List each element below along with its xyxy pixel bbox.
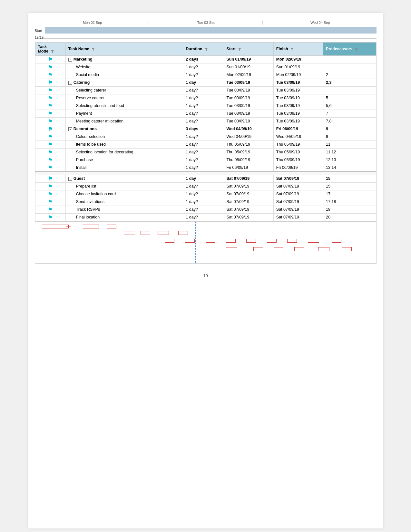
task-mode-cell: ⚑	[35, 125, 65, 133]
start-cell: Tue 03/09/19	[224, 102, 273, 110]
table-row: ⚑Install1 day?Fri 06/09/19Fri 06/09/1913…	[35, 164, 376, 172]
gantt-bar-guest2	[267, 239, 277, 243]
start-cell: Tue 03/09/19	[224, 79, 273, 87]
gantt-bar-c1	[141, 231, 150, 235]
task-name-cell: -Decorations	[65, 125, 183, 133]
start-cell: Fri 06/09/19	[224, 164, 273, 172]
duration-cell: 1 day?	[183, 63, 224, 71]
gantt-bar-lower4	[294, 247, 304, 251]
duration-cell: 1 day?	[183, 118, 224, 125]
table-row: ⚑Reserve caterer1 day?Tue 03/09/19Tue 03…	[35, 94, 376, 102]
predecessors-cell	[323, 63, 376, 71]
gantt-bar-lower2	[253, 247, 263, 251]
task-mode-cell: ⚑	[35, 118, 65, 125]
gantt-bar-lower5	[318, 247, 329, 251]
duration-cell: 1 day?	[183, 94, 224, 102]
predecessors-cell: 5,6	[323, 102, 376, 110]
gantt-bar-guest1	[246, 239, 256, 243]
task-name-cell: Website	[65, 63, 183, 71]
task-mode-cell: ⚑	[35, 87, 65, 94]
task-name-cell: -Guest	[65, 175, 183, 183]
predecessors-cell: 9	[323, 133, 376, 141]
page-container: Mon 02 Sep Tue 03 Sep Wed 04 Sep Start 1…	[28, 13, 383, 528]
gantt-conn-1	[66, 227, 71, 227]
duration-filter-icon[interactable]	[205, 48, 208, 51]
finish-cell: Sat 07/09/19	[273, 183, 323, 190]
start-cell: Sat 07/09/19	[224, 214, 273, 221]
col-task-mode[interactable]: TaskMode	[35, 43, 65, 56]
table-row: ⚑Selecting caterer1 day?Tue 03/09/19Tue …	[35, 87, 376, 94]
gantt-bar-m2	[83, 225, 99, 228]
predecessors-cell: 11	[323, 141, 376, 149]
gantt-bar-c3	[178, 231, 188, 235]
task-mode-cell: ⚑	[35, 71, 65, 79]
start-cell: Sat 07/09/19	[224, 175, 273, 183]
start-cell: Mon 02/09/19	[224, 71, 273, 79]
start-cell: Tue 03/09/19	[224, 118, 273, 125]
table-row: ⚑Selecting utensils and food1 day?Tue 03…	[35, 102, 376, 110]
predecessors-filter-icon[interactable]	[355, 48, 358, 51]
predecessors-cell: 13,14	[323, 164, 376, 172]
duration-cell: 1 day?	[183, 206, 224, 214]
gantt-bar-c2	[158, 231, 169, 235]
col-task-name[interactable]: Task Name	[65, 43, 183, 56]
task-mode-cell: ⚑	[35, 198, 65, 206]
start-cell: Sat 07/09/19	[224, 190, 273, 198]
start-cell: Sat 07/09/19	[224, 183, 273, 190]
start-cell: Tue 03/09/19	[224, 87, 273, 94]
col-finish[interactable]: Finish	[273, 43, 323, 56]
task-name-cell: Payment	[65, 110, 183, 118]
task-mode-cell: ⚑	[35, 79, 65, 87]
task-name-cell: Items to be used	[65, 141, 183, 149]
gantt-bar-dec2	[185, 239, 195, 243]
table-row: ⚑Purchase1 day?Thu 05/09/19Thu 05/09/191…	[35, 156, 376, 164]
finish-cell: Sat 07/09/19	[273, 214, 323, 221]
finish-cell: Sat 07/09/19	[273, 175, 323, 183]
predecessors-cell: 9	[323, 125, 376, 133]
task-name-cell: Install	[65, 164, 183, 172]
finish-cell: Tue 03/09/19	[273, 87, 323, 94]
duration-cell: 1 day?	[183, 102, 224, 110]
predecessors-cell: 12,13	[323, 156, 376, 164]
task-name-cell: Send invitations	[65, 198, 183, 206]
timeline-label-2: Tue 03 Sep	[149, 21, 262, 24]
task-name-filter-icon[interactable]	[92, 48, 95, 51]
task-mode-cell: ⚑	[35, 190, 65, 198]
gantt-bar-m3	[107, 225, 116, 228]
predecessors-cell: 2	[323, 71, 376, 79]
col-start[interactable]: Start	[224, 43, 273, 56]
task-mode-cell: ⚑	[35, 133, 65, 141]
task-name-cell: Final location	[65, 214, 183, 221]
timeline-label-3: Wed 04 Sep	[262, 21, 376, 24]
finish-filter-icon[interactable]	[290, 48, 294, 51]
table-row: ⚑Items to be used1 day?Thu 05/09/19Thu 0…	[35, 141, 376, 149]
table-row: ⚑-Marketing2 daysSun 01/09/19Mon 02/09/1…	[35, 56, 376, 63]
task-mode-cell: ⚑	[35, 214, 65, 221]
task-mode-cell: ⚑	[35, 156, 65, 164]
table-row: ⚑Final location1 day?Sat 07/09/19Sat 07/…	[35, 214, 376, 221]
task-name-cell: Track RSVPs	[65, 206, 183, 214]
duration-cell: 1 day?	[183, 156, 224, 164]
predecessors-cell: 11,12	[323, 149, 376, 156]
gantt-bar-guest3	[287, 239, 297, 243]
start-date: 19/19	[35, 35, 377, 39]
finish-cell: Tue 03/09/19	[273, 79, 323, 87]
finish-cell: Sat 07/09/19	[273, 190, 323, 198]
task-name-cell: Colour selection	[65, 133, 183, 141]
predecessors-cell: 19	[323, 206, 376, 214]
duration-cell: 1 day?	[183, 164, 224, 172]
col-predecessors[interactable]: Predecessors	[323, 43, 376, 56]
table-row: ⚑Colour selection1 day?Wed 04/09/19Wed 0…	[35, 133, 376, 141]
predecessors-cell: 7	[323, 110, 376, 118]
start-cell: Thu 05/09/19	[224, 149, 273, 156]
task-name-cell: -Catering	[65, 79, 183, 87]
task-mode-cell: ⚑	[35, 206, 65, 214]
task-mode-filter-icon[interactable]	[51, 50, 54, 53]
task-mode-cell: ⚑	[35, 94, 65, 102]
predecessors-cell: 15	[323, 175, 376, 183]
col-duration[interactable]: Duration	[183, 43, 224, 56]
duration-cell: 1 day?	[183, 183, 224, 190]
start-filter-icon[interactable]	[238, 48, 241, 51]
duration-cell: 1 day?	[183, 110, 224, 118]
table-row: ⚑-Guest1 daySat 07/09/19Sat 07/09/1915	[35, 175, 376, 183]
